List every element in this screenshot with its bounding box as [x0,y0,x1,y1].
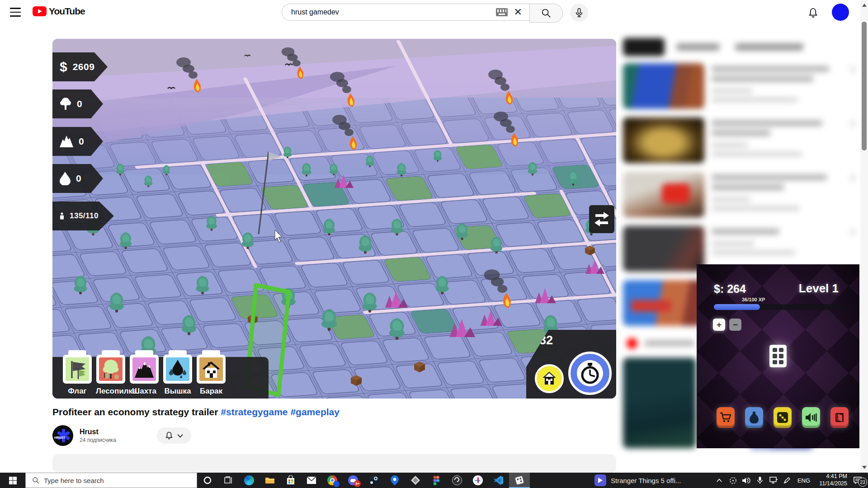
taskbar-app-explorer[interactable] [259,473,280,488]
language-indicator[interactable]: ENG [794,477,814,484]
video-title-text: Profiteer an economy strategy trailer [52,407,218,417]
home-button[interactable] [535,364,564,393]
menu-icon[interactable] [10,8,21,17]
pip-minus-button[interactable]: − [729,319,741,331]
taskbar-app-edge[interactable] [239,473,259,488]
recommended-video[interactable]: ⋮ [623,117,859,165]
building-button-barrack[interactable]: Барак [196,350,226,396]
filter-chip[interactable] [735,43,803,51]
page-scrollbar[interactable] [860,0,868,473]
channel-avatar[interactable]: HRUST [52,425,73,446]
search-button[interactable] [529,4,563,23]
action-center-button[interactable]: 23 [847,473,868,488]
pip-game-overlay[interactable]: $: 264 Level 1 36/100 XP + − [697,264,859,448]
tray-app-button[interactable] [726,473,740,488]
swap-view-button[interactable] [589,205,614,233]
bell-icon [165,431,174,440]
pip-exit-button[interactable] [830,407,849,428]
account-avatar[interactable] [832,4,849,21]
clock[interactable]: 4:41 PM 11/14/2025 [814,473,847,487]
start-button[interactable] [0,473,25,488]
taskbar-app-game-active[interactable] [509,473,530,488]
notifications-button[interactable] [807,7,819,19]
keyboard-icon[interactable] [496,8,508,16]
video-menu-icon[interactable]: ⋮ [849,174,856,182]
filter-chip-all[interactable] [623,38,665,56]
map-pin-icon [391,475,399,485]
water-drop-icon [60,172,71,185]
notification-settings-button[interactable] [157,427,191,444]
youtube-wordmark: YouTube [49,6,85,17]
taskbar-app-mail[interactable] [301,473,322,488]
hashtag-link[interactable]: #strategygame [221,407,288,417]
cortana-icon [203,476,212,484]
taskbar-app-figma[interactable] [426,473,447,488]
recommended-video[interactable]: ⋮ [623,63,859,111]
channel-name[interactable]: Hrust [80,428,116,436]
house-icon [542,371,557,386]
play-icon [598,478,603,483]
video-menu-icon[interactable]: ⋮ [849,228,856,236]
recommended-video[interactable]: ⋮ [623,172,859,220]
task-view-button[interactable] [218,473,239,488]
video-player[interactable]: $ 2609 0 0 0 135/110 Флаг Лесопилка [52,39,616,399]
folder-icon [265,476,275,484]
taskbar-app-chrome[interactable] [322,473,343,488]
voice-search-button[interactable] [570,4,588,22]
pip-dice-button[interactable] [769,345,787,367]
taskbar-app-vscode[interactable] [488,473,509,488]
building-button-flag[interactable]: Флаг [62,350,92,396]
dice-icon [777,412,788,423]
taskbar-app-obs[interactable] [447,473,467,488]
taskbar-app-steam[interactable] [363,473,384,488]
microphone-tray-button[interactable] [753,473,767,488]
description-box[interactable] [52,454,616,473]
channel-subscribers: 24 подписчика [80,437,116,443]
video-menu-icon[interactable]: ⋮ [849,119,856,128]
taskbar-app-slack[interactable] [467,473,488,488]
taskbar-app-pin[interactable] [384,473,405,488]
network-button[interactable] [767,473,780,488]
video-title: Profiteer an economy strategy trailer #s… [52,407,550,418]
population-value: 135/110 [70,211,99,221]
filter-chip[interactable] [676,43,720,51]
media-session-title[interactable]: Stranger Things 5 offi... [611,477,712,484]
hashtag-link[interactable]: #gameplay [290,407,340,417]
timer-button[interactable] [568,352,612,395]
scrollbar-thumb[interactable] [862,22,867,150]
building-button-tower[interactable]: Вышка [163,350,193,396]
youtube-logo[interactable]: YouTube [33,6,85,17]
building-button-sawmill[interactable]: Лесопилка [96,350,126,396]
pip-plus-button[interactable]: + [713,319,725,331]
person-icon [60,209,64,223]
task-view-icon [224,476,232,484]
cortana-button[interactable] [197,473,218,488]
search-input[interactable] [290,8,496,17]
pip-dice-menu-button[interactable] [774,407,792,428]
taskbar-app-discord[interactable]: 9+ [343,473,363,488]
video-menu-icon[interactable]: ⋮ [849,65,856,74]
volume-button[interactable] [740,473,753,488]
building-button-mine[interactable]: Шахта [129,350,159,396]
scroll-up-icon[interactable] [862,4,867,7]
figma-icon [433,476,439,485]
tray-expand-button[interactable] [712,473,726,488]
stone-value: 0 [79,136,84,147]
pip-shop-button[interactable] [717,407,735,428]
microphone-icon [757,477,763,484]
clear-search-icon[interactable]: ✕ [514,4,522,21]
mine-mountain-icon [134,359,155,380]
scroll-down-icon[interactable] [862,466,867,469]
pen-button[interactable] [780,473,794,488]
taskbar-search-box[interactable]: Type here to search [25,473,197,488]
chevron-down-icon [177,434,183,438]
pip-sound-button[interactable] [802,407,820,428]
taskbar-app-store[interactable] [280,473,301,488]
taskbar-app-geforce[interactable] [405,473,426,488]
pip-potion-button[interactable] [745,407,763,428]
media-play-button[interactable] [594,474,606,486]
chips-scroll-right-icon[interactable]: › [800,40,803,52]
flag-icon [67,359,87,379]
flask-icon [749,412,759,423]
door-icon [835,412,844,423]
